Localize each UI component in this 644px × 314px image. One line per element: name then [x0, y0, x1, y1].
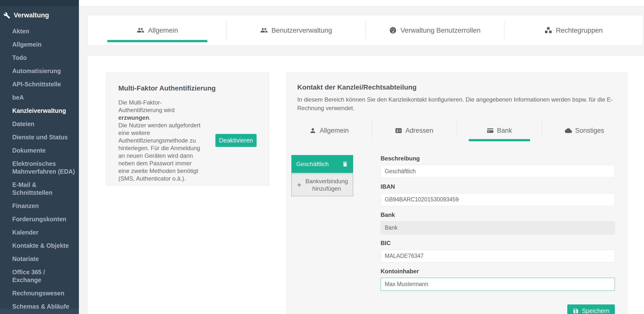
active-subtab-underline: [469, 139, 530, 141]
save-icon: [573, 308, 579, 314]
bank-account-item-selected[interactable]: Geschäftlich: [291, 155, 353, 173]
sidebar-item-label: Dokumente: [12, 147, 46, 154]
subtab-separator: [372, 120, 372, 138]
kontoinhaber-input[interactable]: [380, 278, 615, 291]
mfa-card: Multi-Faktor Authentifizierung Die Multi…: [106, 72, 269, 185]
trash-icon[interactable]: [342, 161, 348, 167]
sidebar-item-label: Office 365 / Exchange: [12, 269, 45, 283]
sidebar-item-label: beA: [12, 94, 24, 101]
sidebar-item-label: API-Schnittstelle: [12, 81, 61, 88]
sidebar-item[interactable]: Automatisierung: [0, 64, 79, 78]
mfa-text-prefix: Die Multi-Faktor-Authentifizierung wird: [118, 99, 174, 113]
mfa-description: Die Multi-Faktor-Authentifizierung wird …: [118, 99, 202, 182]
subtab-allgemein[interactable]: Allgemein: [286, 120, 372, 141]
subtab-label: Sonstiges: [575, 127, 604, 134]
main-tab-bar: Allgemein Benutzerverwaltung Verwaltung …: [88, 15, 643, 45]
sidebar-item[interactable]: Dokumente: [0, 144, 79, 157]
sidebar-bottom-strip: [0, 308, 79, 314]
credit-card-icon: [487, 127, 494, 134]
add-bank-account-button[interactable]: Bankverbindung hinzufügen: [291, 174, 353, 196]
tab-label: Verwaltung Benutzerrollen: [400, 27, 480, 34]
sidebar-item-label: E-Mail & Schnittstellen: [12, 181, 52, 196]
sidebar-item[interactable]: E-Mail & Schnittstellen: [0, 178, 79, 199]
bank-account-list: Geschäftlich Bankverbindung hinzufügen: [291, 155, 353, 196]
contact-card-title: Kontakt der Kanzlei/Rechtsabteilung: [297, 83, 616, 91]
sidebar-title: Verwaltung: [14, 12, 49, 19]
subtab-adressen[interactable]: Adressen: [372, 120, 457, 141]
sidebar-nav: Akten Allgemein Todo Automatisierung API…: [0, 25, 79, 314]
sidebar-item-label: Elektronisches Mahnverfahren (EDA): [12, 160, 75, 175]
sidebar-item-label: Notariate: [12, 255, 39, 262]
tab-label: Allgemein: [148, 27, 178, 34]
sidebar-item[interactable]: Allgemein: [0, 38, 79, 51]
sidebar-item[interactable]: Notariate: [0, 252, 79, 265]
sidebar-item[interactable]: Office 365 / Exchange: [0, 265, 79, 286]
deactivate-button[interactable]: Deaktivieren: [216, 134, 256, 147]
add-bank-account-label: Bankverbindung hinzufügen: [305, 178, 348, 192]
sidebar-item[interactable]: Rechnungswesen: [0, 286, 79, 300]
sidebar-item[interactable]: API-Schnittstelle: [0, 78, 79, 91]
contact-card: Kontakt der Kanzlei/Rechtsabteilung In d…: [286, 72, 627, 314]
bank-form: Beschreibung IBAN Bank BIC Kontoinhaber: [380, 155, 615, 314]
subtab-label: Adressen: [405, 127, 433, 134]
mfa-text-rest: Die Nutzer werden aufgefordert eine weit…: [118, 122, 200, 182]
mfa-text-bold: erzwungen: [118, 114, 149, 121]
tab-label: Benutzerverwaltung: [272, 27, 332, 34]
tab-rechtegruppen[interactable]: Rechtegruppen: [504, 16, 643, 45]
sidebar-item-label: Kontakte & Objekte: [12, 242, 69, 249]
bank-input: [380, 221, 615, 234]
contact-card-description: In diesem Bereich können Sie den Kanzlei…: [297, 95, 616, 112]
subtab-sonstiges[interactable]: Sonstiges: [542, 120, 627, 141]
bic-label: BIC: [380, 240, 615, 246]
sidebar-item[interactable]: Kalender: [0, 226, 79, 239]
form-group-bic: BIC: [380, 240, 615, 262]
sidebar-item[interactable]: Dienste und Status: [0, 131, 79, 144]
tab-verwaltung-benutzerrollen[interactable]: Verwaltung Benutzerrollen: [366, 16, 504, 45]
beschreibung-label: Beschreibung: [380, 155, 615, 162]
sidebar-item[interactable]: Kontakte & Objekte: [0, 239, 79, 252]
sidebar-item[interactable]: Todo: [0, 51, 79, 64]
sidebar-item[interactable]: beA: [0, 91, 79, 104]
sidebar-item-label: Dienste und Status: [12, 134, 68, 141]
sidebar-item[interactable]: Elektronisches Mahnverfahren (EDA): [0, 157, 79, 178]
beschreibung-input[interactable]: [380, 165, 615, 178]
gauge-icon: [389, 27, 397, 34]
cloud-icon: [565, 127, 572, 134]
sidebar-header[interactable]: Verwaltung: [0, 6, 79, 19]
subtab-separator: [542, 120, 542, 138]
sidebar-item-label: Rechnungswesen: [12, 290, 64, 296]
sidebar-top-strip: [0, 0, 79, 6]
mfa-card-title: Multi-Faktor Authentifizierung: [118, 84, 256, 92]
sidebar-item-label: Kanzleiverwaltung: [12, 107, 66, 114]
mfa-text-suffix: .: [149, 114, 151, 121]
content-panel: Multi-Faktor Authentifizierung Die Multi…: [88, 56, 644, 314]
sidebar-item[interactable]: Akten: [0, 25, 79, 38]
users-icon: [137, 27, 144, 34]
sidebar-item-label: Finanzen: [12, 202, 39, 209]
sidebar-item[interactable]: Dateien: [0, 117, 79, 131]
tab-allgemein[interactable]: Allgemein: [88, 16, 227, 45]
sidebar-item-label: Todo: [12, 54, 27, 61]
iban-label: IBAN: [380, 183, 615, 190]
subtab-bank[interactable]: Bank: [457, 120, 542, 141]
cubes-icon: [544, 27, 552, 34]
save-button[interactable]: Speichern: [567, 304, 615, 314]
sidebar-item-label: Akten: [12, 28, 29, 35]
sidebar-item-label: Forderungskonten: [12, 216, 66, 222]
bic-input[interactable]: [380, 249, 615, 262]
subtab-label: Bank: [497, 127, 512, 134]
iban-input[interactable]: [380, 193, 615, 206]
sidebar-item[interactable]: Forderungskonten: [0, 212, 79, 226]
contact-sub-tabs: Allgemein Adressen Bank Sonstiges: [286, 120, 627, 141]
tab-benutzerverwaltung[interactable]: Benutzerverwaltung: [227, 16, 365, 45]
wrench-icon: [4, 12, 10, 19]
bank-label: Bank: [380, 211, 615, 218]
form-group-kontoinhaber: Kontoinhaber: [380, 268, 615, 291]
sidebar: Verwaltung Akten Allgemein Todo Automati…: [0, 0, 79, 314]
id-card-icon: [395, 127, 402, 134]
sidebar-item[interactable]: Kanzleiverwaltung: [0, 104, 79, 117]
sidebar-item[interactable]: Finanzen: [0, 199, 79, 212]
top-bar: [79, 0, 644, 6]
active-tab-underline: [107, 40, 207, 42]
tab-label: Rechtegruppen: [556, 27, 602, 34]
